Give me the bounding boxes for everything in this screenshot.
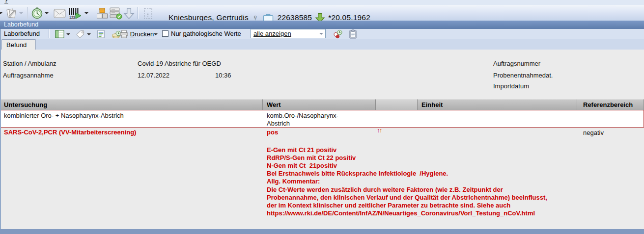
column-header-flag[interactable] [376, 99, 418, 110]
clipboard-icon[interactable] [348, 29, 358, 39]
toolbar-separator [49, 29, 49, 38]
chevron-down-icon[interactable] [44, 7, 49, 20]
chevron-down-icon[interactable] [86, 29, 91, 39]
layout-icon[interactable] [54, 29, 65, 39]
row2-untersuchung: SARS-CoV-2,PCR (VV-Mitarbeiterscreening) [4, 129, 136, 136]
selection-box-icon[interactable] [141, 7, 155, 20]
pill-clock-icon[interactable] [332, 29, 343, 39]
comment-line: N-Gen mit Ct 21positiv [267, 162, 591, 169]
report-content: Station / Ambulanz Covid-19 Abstriche fü… [0, 50, 644, 229]
row2-referenzbereich: negativ [583, 129, 604, 136]
document-icon[interactable] [96, 29, 106, 39]
annahme-date: 12.07.2022 [138, 72, 169, 79]
tab-strip: Befund [0, 39, 644, 50]
menu-strip: ? [0, 0, 644, 5]
cubes-icon[interactable] [95, 7, 109, 20]
comment-line: der im Kontext klinischer und zeitlicher… [267, 202, 591, 209]
table-row[interactable]: kombinierter Oro- + Nasopharynx-Abstrich… [0, 110, 644, 128]
printer-icon [119, 30, 129, 38]
window-bottom-bar [0, 229, 644, 234]
download-arrow-icon[interactable] [122, 7, 135, 20]
edit-icon[interactable] [5, 7, 19, 20]
panel-title: Laborbefund [4, 21, 38, 28]
filter-select-value: alle anzeigen [253, 30, 291, 37]
chevron-down-icon[interactable] [84, 7, 89, 20]
chevron-down-icon [319, 33, 323, 35]
comment-line: RdRP/S-Gen mit Ct 22 positiv [267, 154, 591, 161]
results-table-header: Untersuchung Wert Einheit Referenzbereic… [0, 99, 644, 110]
timer-icon[interactable] [30, 7, 43, 20]
comment-link-url[interactable]: https://www.rki.de/DE/Content/InfAZ/N/Ne… [267, 209, 591, 217]
svg-text:123: 123 [69, 16, 75, 19]
barcode-run-icon[interactable]: 123 [68, 7, 83, 20]
pathological-checkbox[interactable] [162, 30, 168, 37]
importdatum-label: Importdatum [493, 82, 529, 90]
probenentnahme-label: Probenentnahmedat. [493, 72, 553, 79]
column-header-untersuchung[interactable]: Untersuchung [0, 99, 263, 110]
column-header-referenzbereich[interactable]: Referenzbereich [577, 99, 644, 110]
toolbar-separator [27, 7, 28, 19]
chevron-down-icon[interactable] [0, 7, 3, 20]
server-check-icon[interactable] [108, 7, 123, 20]
chevron-down-icon[interactable] [153, 29, 158, 39]
lab-toolbar-label: Laborbefund [4, 30, 40, 37]
comment-line: Allg. Kommentar: [267, 178, 591, 185]
row2-wert: pos [267, 129, 278, 136]
pathological-checkbox-label[interactable]: Nur pathologische Werte [171, 30, 241, 37]
window-left-frame [0, 29, 1, 229]
comment-line: Probenannahme, den klinischen Verlauf un… [267, 194, 591, 201]
tab-befund[interactable]: Befund [1, 39, 36, 50]
chevron-down-icon[interactable] [66, 29, 71, 39]
chevron-down-icon[interactable] [19, 7, 24, 20]
mail-icon[interactable] [53, 7, 66, 20]
row1-untersuchung: kombinierter Oro- + Nasopharynx-Abstrich [4, 112, 124, 119]
comment-line: Bei Erstnachweis bitte Rücksprache Infek… [267, 170, 591, 177]
comment-line: E-Gen mit Ct 21 positiv [267, 146, 591, 154]
main-toolbar: 123 Kniesburges, Gertrudis ♀ 22638585 *2… [0, 5, 644, 21]
column-header-wert[interactable]: Wert [263, 99, 376, 110]
row1-wert-line2: Abstrich [267, 120, 290, 127]
menu-item-cutoff[interactable]: ? [4, 0, 8, 4]
row1-wert-line1: komb.Oro-/Nasopharynx- [267, 112, 338, 119]
column-header-einheit[interactable]: Einheit [418, 99, 577, 110]
lab-toolbar: Laborbefund Drucken Nur pathologische We… [0, 29, 644, 39]
pathological-flag: ↑↑ [377, 127, 382, 134]
toolbar-separator [138, 7, 138, 19]
auftragsnummer-label: Auftragsnummer [493, 60, 540, 67]
station-value: Covid-19 Abstriche für OEGD [138, 60, 221, 67]
annahme-label: Auftragsannahme [3, 72, 54, 79]
annahme-time: 10:36 [215, 72, 231, 79]
tag-icon[interactable] [75, 29, 85, 39]
print-button[interactable]: Drucken [119, 29, 154, 39]
print-button-label: Drucken [130, 30, 154, 38]
panel-title-bar: Laborbefund [0, 21, 644, 29]
filter-select[interactable]: alle anzeigen [251, 29, 326, 38]
comment-line: Die Ct-Werte werden zusätzlich durch wei… [267, 186, 591, 193]
station-label: Station / Ambulanz [3, 60, 56, 67]
